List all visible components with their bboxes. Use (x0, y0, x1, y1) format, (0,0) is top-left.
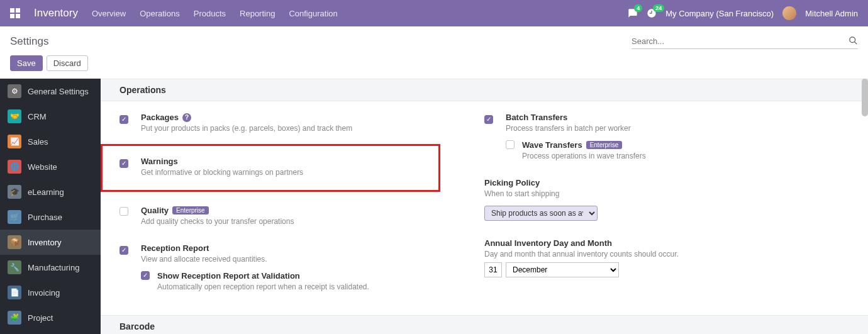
nav-links: Overview Operations Products Reporting C… (92, 9, 338, 18)
sidebar-item-manufacturing[interactable]: 🔧Manufacturing (0, 255, 101, 280)
sidebar: ⚙General Settings 🤝CRM 📈Sales 🌐Website 🎓… (0, 79, 101, 334)
reception-desc: View and allocate received quantities. (141, 255, 484, 264)
packages-desc: Put your products in packs (e.g. parcels… (141, 124, 484, 133)
warnings-title: Warnings (141, 157, 178, 166)
enterprise-badge: Enterprise (586, 141, 623, 149)
annual-title: Annual Inventory Day and Month (484, 238, 612, 248)
sidebar-item-label: CRM (28, 112, 47, 121)
settings-col-right: Batch Transfers Process transfers in bat… (484, 113, 849, 309)
setting-warnings: Warnings Get informative or blocking war… (120, 150, 484, 188)
reception-sub-checkbox[interactable] (141, 271, 150, 280)
chart-icon: 📈 (8, 135, 21, 148)
picking-desc: When to start shipping (484, 189, 849, 198)
picking-select[interactable]: Ship products as soon as avail (484, 206, 598, 221)
discard-button[interactable]: Discard (47, 55, 88, 71)
nav-link-products[interactable]: Products (194, 9, 226, 18)
page-title: Settings (10, 35, 48, 48)
puzzle-icon: 🧩 (8, 311, 21, 325)
reception-sub-title: Show Reception Report at Validation (157, 271, 300, 281)
scrollbar[interactable] (862, 79, 868, 116)
globe-icon: 🌐 (8, 160, 21, 174)
sidebar-item-crm[interactable]: 🤝CRM (0, 104, 101, 129)
sidebar-item-label: eLearning (28, 187, 64, 197)
quality-checkbox[interactable] (120, 207, 128, 216)
sidebar-item-general-settings[interactable]: ⚙General Settings (0, 79, 101, 104)
top-nav: Inventory Overview Operations Products R… (0, 0, 868, 26)
box-icon: 📦 (8, 235, 21, 249)
sidebar-item-inventory[interactable]: 📦Inventory (0, 230, 101, 255)
packages-title: Packages (141, 113, 179, 122)
warnings-checkbox[interactable] (120, 159, 128, 168)
activity-icon[interactable]: 24 (647, 8, 657, 18)
sidebar-item-label: Purchase (28, 213, 62, 222)
annual-day-input[interactable] (484, 262, 502, 277)
section-operations: Operations (101, 79, 868, 101)
sidebar-item-sales[interactable]: 📈Sales (0, 129, 101, 154)
app-title[interactable]: Inventory (34, 7, 78, 19)
wave-title: Wave Transfers (522, 140, 582, 150)
picking-title: Picking Policy (484, 178, 540, 187)
quality-title: Quality (141, 206, 169, 215)
nav-left: Inventory Overview Operations Products R… (10, 7, 338, 19)
book-icon: 🎓 (8, 185, 21, 199)
settings-col-left: Packages? Put your products in packs (e.… (120, 113, 484, 309)
reception-sub-desc: Automatically open reception report when… (157, 282, 369, 291)
help-icon[interactable]: ? (182, 113, 191, 122)
svg-rect-0 (10, 8, 14, 13)
sidebar-item-label: Manufacturing (28, 263, 79, 272)
nav-link-operations[interactable]: Operations (140, 9, 180, 18)
sidebar-item-timesheets[interactable]: ⏱Timesheets (0, 330, 101, 334)
search-input[interactable] (632, 34, 845, 48)
setting-annual: Annual Inventory Day and Month Day and m… (484, 238, 849, 277)
warnings-desc: Get informative or blocking warnings on … (141, 168, 484, 177)
setting-reception: Reception Report View and allocate recei… (120, 243, 484, 291)
nav-link-configuration[interactable]: Configuration (289, 9, 337, 18)
button-row: Save Discard (0, 52, 868, 79)
packages-checkbox[interactable] (120, 115, 128, 124)
sidebar-item-label: Sales (28, 137, 48, 147)
enterprise-badge: Enterprise (172, 206, 209, 214)
reception-checkbox[interactable] (120, 246, 128, 255)
svg-rect-3 (16, 14, 20, 18)
batch-title: Batch Transfers (506, 113, 567, 122)
wrench-icon: 🔧 (8, 260, 21, 274)
batch-desc: Process transfers in batch per worker (506, 124, 849, 133)
cart-icon: 🛒 (8, 210, 21, 224)
save-button[interactable]: Save (10, 55, 43, 71)
file-icon: 📄 (8, 286, 21, 299)
svg-line-5 (854, 42, 857, 44)
svg-rect-2 (10, 14, 14, 18)
sidebar-item-elearning[interactable]: 🎓eLearning (0, 179, 101, 204)
sidebar-item-label: General Settings (28, 87, 89, 96)
wave-desc: Process operations in wave transfers (522, 152, 646, 160)
sidebar-item-project[interactable]: 🧩Project (0, 305, 101, 330)
user-name[interactable]: Mitchell Admin (805, 9, 858, 18)
sidebar-item-website[interactable]: 🌐Website (0, 154, 101, 179)
setting-batch: Batch Transfers Process transfers in bat… (484, 113, 849, 160)
handshake-icon: 🤝 (8, 109, 21, 123)
company-name[interactable]: My Company (San Francisco) (665, 9, 774, 18)
wave-checkbox[interactable] (506, 140, 515, 149)
settings-grid: Packages? Put your products in packs (e.… (101, 101, 868, 309)
header-row: Settings (0, 26, 868, 52)
quality-desc: Add quality checks to your transfer oper… (141, 217, 484, 226)
sidebar-item-label: Website (28, 162, 57, 172)
gear-icon: ⚙ (8, 84, 21, 98)
annual-desc: Day and month that annual inventory coun… (484, 250, 849, 259)
search-icon[interactable] (849, 36, 858, 47)
nav-link-reporting[interactable]: Reporting (240, 9, 275, 18)
activity-badge: 24 (653, 4, 664, 12)
nav-right: 4 24 My Company (San Francisco) Mitchell… (628, 6, 858, 20)
apps-icon[interactable] (10, 8, 20, 18)
setting-packages: Packages? Put your products in packs (e.… (120, 113, 484, 133)
batch-checkbox[interactable] (484, 115, 493, 124)
chat-icon[interactable]: 4 (628, 8, 638, 18)
content: Operations Packages? Put your products i… (101, 79, 868, 334)
sidebar-item-invoicing[interactable]: 📄Invoicing (0, 280, 101, 305)
annual-month-select[interactable]: December (506, 262, 619, 277)
reception-title: Reception Report (141, 243, 209, 253)
nav-link-overview[interactable]: Overview (92, 9, 126, 18)
avatar[interactable] (782, 6, 796, 20)
sidebar-item-purchase[interactable]: 🛒Purchase (0, 204, 101, 230)
svg-point-4 (850, 36, 855, 42)
